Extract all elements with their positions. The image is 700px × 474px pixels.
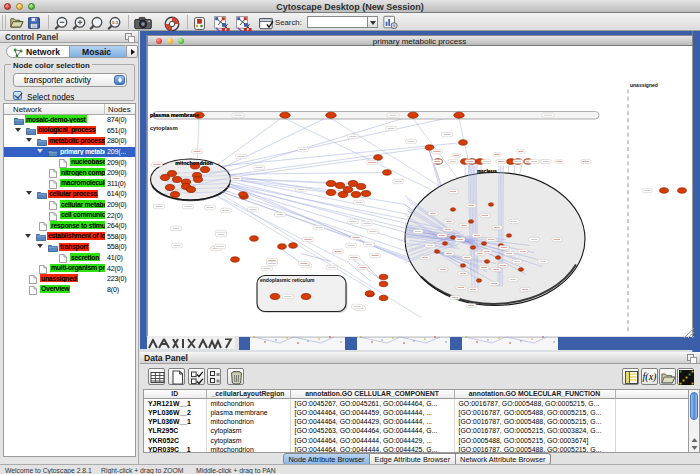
svg-text:cytoplasm: cytoplasm bbox=[150, 125, 178, 131]
svg-text:nucleus: nucleus bbox=[477, 168, 497, 174]
svg-text:mitochondrion: mitochondrion bbox=[175, 160, 213, 166]
svg-text:1:1: 1:1 bbox=[112, 20, 119, 25]
svg-text:plasma membrane: plasma membrane bbox=[150, 112, 199, 118]
svg-text:endoplasmic reticulum: endoplasmic reticulum bbox=[260, 277, 315, 283]
svg-text:unassigned: unassigned bbox=[630, 82, 658, 88]
